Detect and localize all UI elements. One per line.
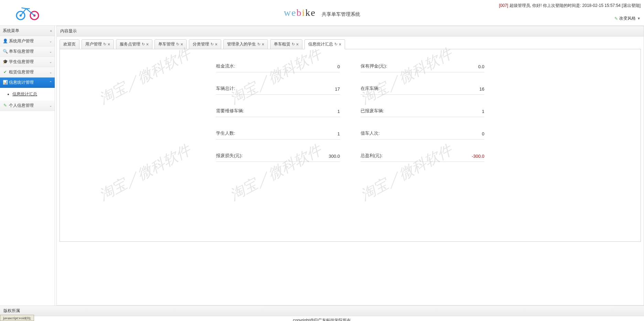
nav-label: 个人信息管理 (9, 103, 34, 108)
tab-category[interactable]: 分类管理 ↻ × (189, 39, 221, 49)
user-info: [007] 超级管理员, 你好! 你上次登陆的时间是: 2018-02-15 1… (499, 3, 641, 9)
tab-label: 信息统计汇总 (308, 41, 333, 47)
nav-item-stats[interactable]: 📊信息统计管理 ⌃ (0, 77, 55, 88)
chevron-down-icon: ⌄ (49, 104, 52, 107)
stat-label: 总盈利(元): (361, 153, 383, 159)
refresh-icon[interactable]: ↻ (257, 42, 260, 46)
close-icon[interactable]: × (181, 42, 183, 47)
chevron-down-icon: ⌄ (49, 70, 52, 74)
stat-label: 保有押金(元): (361, 63, 387, 69)
tab-label: 服务点管理 (120, 41, 140, 47)
pencil-icon: ✎ (614, 16, 618, 21)
chevron-down-icon: ⌄ (49, 50, 52, 53)
chevron-down-icon: ⌄ (49, 39, 52, 43)
tab-label: 单车租赁 (274, 41, 290, 47)
stat-scrap-loss: 报废损失(元): 300.0 (216, 153, 340, 162)
tab-label: 分类管理 (193, 41, 209, 47)
stat-label: 租金流水: (216, 63, 235, 69)
sidebar-title: 系统菜单 « (0, 26, 55, 36)
dropdown-arrow-icon: ▼ (637, 17, 641, 20)
stat-label: 已报废车辆: (361, 108, 384, 114)
close-icon[interactable]: × (339, 42, 341, 47)
close-icon[interactable]: × (296, 42, 299, 47)
stat-students: 学生人数: 1 (216, 130, 340, 139)
stat-label: 借车人次: (361, 130, 380, 136)
student-icon: 🎓 (3, 59, 8, 64)
tab-bike-mgmt[interactable]: 单车管理 ↻ × (154, 39, 187, 49)
stat-value: 1 (482, 109, 484, 114)
stat-value: 0 (482, 131, 484, 136)
check-icon: ✔ (3, 70, 8, 74)
stats-icon: 📊 (3, 80, 8, 85)
nav-item-bike-info[interactable]: 🔍单车信息管理 ⌄ (0, 46, 55, 57)
status-bar: javascript:void(0); (0, 315, 34, 321)
pencil-icon: ✎ (3, 103, 8, 108)
theme-switch-label: 改变风格 (619, 15, 636, 21)
stat-rent-flow: 租金流水: 0 (216, 63, 340, 72)
refresh-icon[interactable]: ↻ (103, 42, 106, 46)
stat-total-bikes: 车辆总计: 17 (216, 85, 340, 95)
nav-sub: 信息统计汇总 (0, 88, 55, 101)
close-icon[interactable]: × (215, 42, 217, 47)
collapse-icon[interactable]: « (50, 29, 52, 33)
nav-label: 学生信息管理 (9, 59, 34, 64)
refresh-icon[interactable]: ↻ (142, 42, 145, 46)
refresh-icon[interactable]: ↻ (292, 42, 295, 46)
stat-need-repair: 需要维修车辆: 1 (216, 108, 340, 117)
sidebar: 系统菜单 « 👤系统用户管理 ⌄ 🔍单车信息管理 ⌄ 🎓学生信息管理 ⌄ ✔租赁… (0, 26, 55, 306)
stat-total-profit: 总盈利(元): -300.0 (361, 153, 484, 162)
theme-switch[interactable]: ✎ 改变风格 ▼ (499, 15, 641, 21)
copyright: copyright@归广东科技学院所有 (0, 316, 644, 321)
stat-value: -300.0 (472, 154, 484, 159)
tab-stats-summary[interactable]: 信息统计汇总 ↻ × (304, 39, 345, 49)
refresh-icon[interactable]: ↻ (211, 42, 214, 46)
footer: 版权所属 copyright@归广东科技学院所有 (0, 306, 644, 321)
user-icon: 👤 (3, 39, 8, 43)
close-icon[interactable]: × (146, 42, 149, 47)
footer-title: 版权所属 (0, 306, 644, 316)
header: webike 共享单车管理系统 [007] 超级管理员, 你好! 你上次登陆的时… (0, 0, 644, 26)
layout: 系统菜单 « 👤系统用户管理 ⌄ 🔍单车信息管理 ⌄ 🎓学生信息管理 ⌄ ✔租赁… (0, 26, 644, 306)
header-right: [007] 超级管理员, 你好! 你上次登陆的时间是: 2018-02-15 1… (499, 3, 641, 21)
nav-label: 单车信息管理 (9, 49, 34, 54)
tab-user-mgmt[interactable]: 用户管理 ↻ × (82, 39, 114, 49)
nav-sub-item-summary[interactable]: 信息统计汇总 (12, 91, 52, 98)
sidebar-title-label: 系统菜单 (3, 28, 19, 34)
chevron-down-icon: ⌄ (49, 60, 52, 64)
stat-label: 学生人数: (216, 130, 235, 136)
stat-label: 报废损失(元): (216, 153, 243, 159)
stat-value: 16 (480, 86, 484, 92)
close-icon[interactable]: × (262, 42, 264, 47)
nav-item-system-user[interactable]: 👤系统用户管理 ⌄ (0, 36, 55, 46)
close-icon[interactable]: × (108, 42, 110, 47)
stat-borrow-count: 借车人次: 0 (361, 130, 484, 139)
stat-value: 0.0 (478, 64, 484, 69)
tab-bike-rental[interactable]: 单车租赁 ↻ × (270, 39, 302, 49)
stat-value: 1 (337, 109, 340, 114)
refresh-icon[interactable]: ↻ (176, 42, 179, 46)
watermark: 淘宝／微科软件 (96, 140, 194, 205)
logout-link[interactable]: [退出登陆] (622, 3, 641, 8)
refresh-icon[interactable]: ↻ (334, 42, 337, 46)
tab-students-entry[interactable]: 管理录入的学生 ↻ × (223, 39, 268, 49)
stat-value: 1 (337, 131, 340, 136)
tab-service-point[interactable]: 服务点管理 ↻ × (116, 39, 152, 49)
greeting-text: 超级管理员, 你好! 你上次登陆的时间是: 2018-02-15 15:57:5… (509, 3, 621, 8)
main: 内容显示 欢迎页 用户管理 ↻ × 服务点管理 ↻ × 单车管理 (56, 26, 644, 306)
nav-item-student-info[interactable]: 🎓学生信息管理 ⌄ (0, 57, 55, 67)
nav-label: 信息统计管理 (9, 80, 34, 85)
nav-item-rental-info[interactable]: ✔租赁信息管理 ⌄ (0, 67, 55, 77)
main-content: 欢迎页 用户管理 ↻ × 服务点管理 ↻ × 单车管理 ↻ × (56, 37, 644, 306)
nav-item-personal-info[interactable]: ✎个人信息管理 ⌄ (0, 101, 55, 111)
stat-value: 300.0 (329, 154, 340, 159)
tab-label: 管理录入的学生 (227, 41, 256, 47)
stat-label: 需要维修车辆: (216, 108, 244, 114)
nav-label: 租赁信息管理 (9, 70, 34, 74)
user-id: [007] (499, 3, 508, 8)
stat-deposit: 保有押金(元): 0.0 (361, 63, 484, 72)
stat-label: 在库车辆: (361, 85, 380, 92)
brand-subtitle: 共享单车管理系统 (322, 12, 360, 17)
tab-label: 用户管理 (85, 41, 102, 47)
search-icon: 🔍 (3, 49, 8, 54)
tab-welcome[interactable]: 欢迎页 (60, 39, 79, 49)
